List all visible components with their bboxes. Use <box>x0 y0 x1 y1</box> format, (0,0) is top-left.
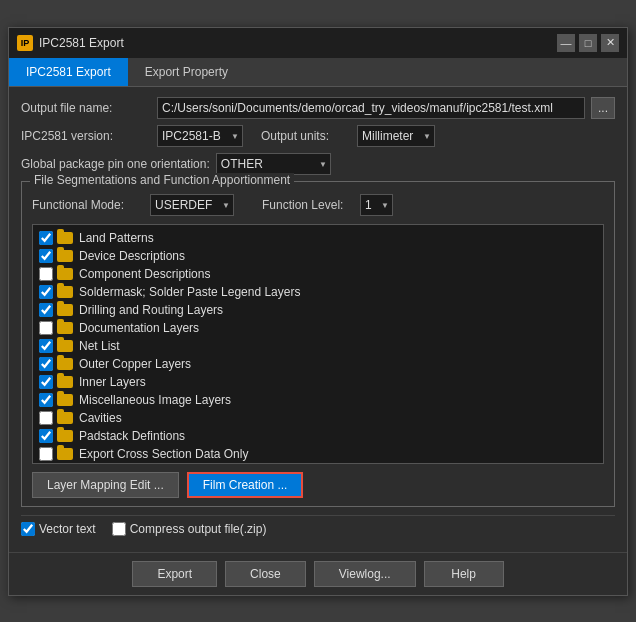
item-label: Soldermask; Solder Paste Legend Layers <box>79 285 300 299</box>
film-creation-button[interactable]: Film Creation ... <box>187 472 304 498</box>
item-label: Net List <box>79 339 120 353</box>
item-label: Export Cross Section Data Only <box>79 447 248 461</box>
output-file-input[interactable] <box>157 97 585 119</box>
compress-option[interactable]: Compress output file(.zip) <box>112 522 267 536</box>
func-mode-row: Functional Mode: USERDEF FULL Function L… <box>32 194 604 216</box>
item-label: Miscellaneous Image Layers <box>79 393 231 407</box>
checkbox-cavities[interactable] <box>39 411 53 425</box>
checkbox-component-desc[interactable] <box>39 267 53 281</box>
func-mode-label: Functional Mode: <box>32 198 142 212</box>
checkbox-documentation[interactable] <box>39 321 53 335</box>
checkbox-outer-copper[interactable] <box>39 357 53 371</box>
item-label: Documentation Layers <box>79 321 199 335</box>
segmentation-group: File Segmentations and Function Apportio… <box>21 181 615 507</box>
help-button[interactable]: Help <box>424 561 504 587</box>
tab-export-property[interactable]: Export Property <box>128 58 245 86</box>
folder-icon <box>57 268 73 280</box>
compress-checkbox[interactable] <box>112 522 126 536</box>
folder-icon <box>57 322 73 334</box>
title-bar-controls: — □ ✕ <box>557 34 619 52</box>
list-item[interactable]: Outer Copper Layers <box>33 355 603 373</box>
version-units-row: IPC2581 version: IPC2581-B IPC2581-A IPC… <box>21 125 615 147</box>
item-label: Cavities <box>79 411 122 425</box>
version-label: IPC2581 version: <box>21 129 151 143</box>
output-units-label: Output units: <box>261 129 351 143</box>
viewlog-button[interactable]: Viewlog... <box>314 561 416 587</box>
vector-text-option[interactable]: Vector text <box>21 522 96 536</box>
list-item[interactable]: Export Cross Section Data Only <box>33 445 603 463</box>
checklist: Land Patterns Device Descriptions Compon… <box>32 224 604 464</box>
list-item[interactable]: Land Patterns <box>33 229 603 247</box>
maximize-button[interactable]: □ <box>579 34 597 52</box>
item-label: Outer Copper Layers <box>79 357 191 371</box>
list-item[interactable]: Cavities <box>33 409 603 427</box>
func-mode-select[interactable]: USERDEF FULL <box>150 194 234 216</box>
folder-icon <box>57 286 73 298</box>
main-content: Output file name: ... IPC2581 version: I… <box>9 87 627 552</box>
list-item[interactable]: Documentation Layers <box>33 319 603 337</box>
pin-orientation-row: Global package pin one orientation: OTHE… <box>21 153 615 175</box>
folder-icon <box>57 340 73 352</box>
checkbox-soldermask[interactable] <box>39 285 53 299</box>
list-item[interactable]: Soldermask; Solder Paste Legend Layers <box>33 283 603 301</box>
folder-icon <box>57 304 73 316</box>
main-window: IP IPC2581 Export — □ ✕ IPC2581 Export E… <box>8 27 628 596</box>
list-item[interactable]: Miscellaneous Image Layers <box>33 391 603 409</box>
output-file-label: Output file name: <box>21 101 151 115</box>
checkbox-misc-image[interactable] <box>39 393 53 407</box>
func-level-label: Function Level: <box>262 198 352 212</box>
checkbox-inner-layers[interactable] <box>39 375 53 389</box>
close-button-footer[interactable]: Close <box>225 561 306 587</box>
func-mode-select-wrapper: USERDEF FULL <box>150 194 234 216</box>
minimize-button[interactable]: — <box>557 34 575 52</box>
window-title: IPC2581 Export <box>39 36 124 50</box>
checkbox-export-cross[interactable] <box>39 447 53 461</box>
pin-orientation-select[interactable]: OTHER UPPER_LEFT UPPER_RIGHT LOWER_LEFT … <box>216 153 331 175</box>
group-content: Functional Mode: USERDEF FULL Function L… <box>32 194 604 498</box>
folder-icon <box>57 232 73 244</box>
checkbox-land-patterns[interactable] <box>39 231 53 245</box>
folder-icon <box>57 448 73 460</box>
export-button[interactable]: Export <box>132 561 217 587</box>
item-label: Land Patterns <box>79 231 154 245</box>
folder-icon <box>57 250 73 262</box>
item-label: Inner Layers <box>79 375 146 389</box>
action-buttons-row: Layer Mapping Edit ... Film Creation ... <box>32 472 604 498</box>
pin-orientation-label: Global package pin one orientation: <box>21 157 210 171</box>
list-item[interactable]: Padstack Defintions <box>33 427 603 445</box>
output-units-select[interactable]: Millimeter Inch <box>357 125 435 147</box>
func-level-select[interactable]: 1 2 3 <box>360 194 393 216</box>
output-units-select-wrapper: Millimeter Inch <box>357 125 435 147</box>
folder-icon <box>57 412 73 424</box>
folder-icon <box>57 394 73 406</box>
list-item[interactable]: Device Descriptions <box>33 247 603 265</box>
list-item[interactable]: Drilling and Routing Layers <box>33 301 603 319</box>
browse-button[interactable]: ... <box>591 97 615 119</box>
checkbox-padstack[interactable] <box>39 429 53 443</box>
bottom-options: Vector text Compress output file(.zip) <box>21 515 615 542</box>
item-label: Device Descriptions <box>79 249 185 263</box>
close-button[interactable]: ✕ <box>601 34 619 52</box>
item-label: Drilling and Routing Layers <box>79 303 223 317</box>
folder-icon <box>57 358 73 370</box>
list-item[interactable]: Component Descriptions <box>33 265 603 283</box>
folder-icon <box>57 430 73 442</box>
layer-mapping-button[interactable]: Layer Mapping Edit ... <box>32 472 179 498</box>
version-select[interactable]: IPC2581-B IPC2581-A IPC2581-C <box>157 125 243 147</box>
vector-text-checkbox[interactable] <box>21 522 35 536</box>
checkbox-device-desc[interactable] <box>39 249 53 263</box>
vector-text-label: Vector text <box>39 522 96 536</box>
compress-label: Compress output file(.zip) <box>130 522 267 536</box>
list-item[interactable]: Inner Layers <box>33 373 603 391</box>
tab-bar: IPC2581 Export Export Property <box>9 58 627 87</box>
tab-ipc2581[interactable]: IPC2581 Export <box>9 58 128 86</box>
title-bar: IP IPC2581 Export — □ ✕ <box>9 28 627 58</box>
group-title: File Segmentations and Function Apportio… <box>30 173 294 187</box>
list-item[interactable]: Net List <box>33 337 603 355</box>
checkbox-drilling[interactable] <box>39 303 53 317</box>
func-level-select-wrapper: 1 2 3 <box>360 194 393 216</box>
item-label: Padstack Defintions <box>79 429 185 443</box>
checkbox-net-list[interactable] <box>39 339 53 353</box>
footer-buttons: Export Close Viewlog... Help <box>9 552 627 595</box>
version-select-wrapper: IPC2581-B IPC2581-A IPC2581-C <box>157 125 243 147</box>
